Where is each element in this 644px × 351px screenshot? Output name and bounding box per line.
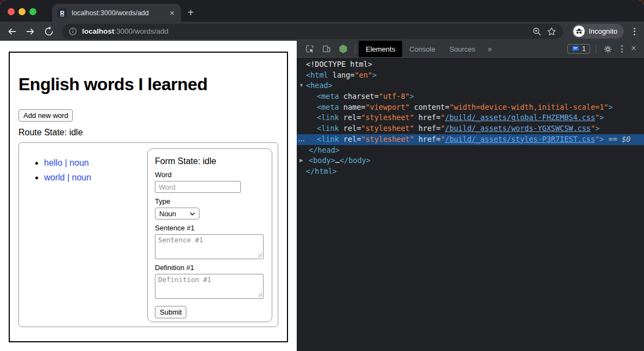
devtools-toolbar: Elements Console Sources » 1 × bbox=[297, 41, 644, 58]
tab-close-icon[interactable]: × bbox=[168, 9, 176, 17]
incognito-badge: Incognito bbox=[572, 24, 624, 39]
browser-toolbar: localhost:3000/words/add Incognito bbox=[0, 22, 644, 41]
browser-menu-icon[interactable] bbox=[632, 28, 637, 35]
incognito-label: Incognito bbox=[589, 27, 617, 35]
remix-favicon-icon: R bbox=[58, 8, 67, 17]
form-state-text: Form State: idle bbox=[155, 156, 265, 166]
type-label: Type bbox=[155, 197, 265, 205]
definition-textarea[interactable] bbox=[155, 274, 264, 299]
words-panel: hello | noun world | noun Form State: id… bbox=[18, 142, 278, 327]
minimize-window-button[interactable] bbox=[18, 8, 26, 15]
dom-tree-node[interactable]: <html lang="en"> bbox=[297, 70, 644, 81]
close-window-button[interactable] bbox=[8, 8, 15, 15]
sentence-label: Sentence #1 bbox=[155, 224, 265, 232]
word-link-world[interactable]: world | noun bbox=[44, 173, 91, 182]
more-tabs-icon[interactable]: » bbox=[483, 45, 498, 53]
browser-window: R localhost:3000/words/add × + localhost… bbox=[0, 0, 644, 351]
inspect-element-icon[interactable] bbox=[304, 44, 315, 54]
add-word-form: Form State: idle Word Type Noun Sentence… bbox=[147, 148, 272, 322]
route-state-text: Route State: idle bbox=[18, 128, 278, 137]
site-info-icon[interactable] bbox=[68, 27, 77, 36]
tab-elements[interactable]: Elements bbox=[359, 41, 402, 57]
devtools-close-icon[interactable]: × bbox=[628, 43, 640, 55]
reload-icon[interactable] bbox=[43, 26, 54, 37]
device-toolbar-icon[interactable] bbox=[321, 44, 332, 54]
incognito-icon bbox=[573, 26, 585, 37]
dom-tree-node[interactable]: <link rel="stylesheet" href="/build/_ass… bbox=[297, 112, 644, 123]
forward-icon[interactable] bbox=[25, 26, 36, 37]
dom-tree-node[interactable]: <link rel="stylesheet" href="/build/_ass… bbox=[297, 123, 644, 134]
dom-tree-node[interactable]: …<link rel="stylesheet" href="/build/_as… bbox=[297, 134, 644, 145]
submit-button[interactable]: Submit bbox=[155, 306, 186, 318]
zoom-window-button[interactable] bbox=[29, 8, 36, 15]
zoom-level-icon[interactable] bbox=[532, 27, 542, 36]
browser-tab[interactable]: R localhost:3000/words/add × bbox=[52, 4, 181, 22]
list-item: world | noun bbox=[44, 173, 147, 183]
back-icon[interactable] bbox=[7, 26, 17, 37]
tab-sources[interactable]: Sources bbox=[442, 41, 483, 57]
definition-label: Definition #1 bbox=[155, 264, 265, 272]
chevron-down-icon bbox=[190, 212, 195, 216]
traffic-lights bbox=[8, 8, 36, 15]
words-list: hello | noun world | noun bbox=[24, 148, 147, 321]
dom-tree-node[interactable]: <!DOCTYPE html> bbox=[297, 59, 644, 70]
node-icon[interactable] bbox=[338, 44, 348, 54]
page-viewport: English words I learned Add new word Rou… bbox=[0, 41, 297, 351]
address-bar[interactable]: localhost:3000/words/add bbox=[62, 24, 563, 39]
settings-gear-icon[interactable] bbox=[603, 44, 613, 54]
dom-tree-node[interactable]: </head> bbox=[297, 145, 644, 156]
sentence-textarea[interactable] bbox=[155, 234, 264, 259]
type-select[interactable]: Noun bbox=[155, 208, 199, 220]
tab-title: localhost:3000/words/add bbox=[72, 9, 164, 17]
dom-tree-node[interactable]: ▼<head> bbox=[297, 80, 644, 91]
add-new-word-button[interactable]: Add new word bbox=[18, 109, 73, 122]
dom-tree-node[interactable]: <meta name="viewport" content="width=dev… bbox=[297, 102, 644, 113]
word-label: Word bbox=[155, 171, 265, 179]
page-title: English words I learned bbox=[18, 74, 278, 95]
issues-bubble-icon bbox=[572, 45, 579, 53]
dom-tree-node[interactable]: <meta charset="utf-8"> bbox=[297, 91, 644, 102]
dom-tree-node[interactable]: ▶<body>…</body> bbox=[297, 155, 644, 166]
word-input[interactable] bbox=[155, 181, 241, 193]
issues-counter[interactable]: 1 bbox=[567, 44, 590, 54]
app-container: English words I learned Add new word Rou… bbox=[9, 52, 288, 342]
word-link-hello[interactable]: hello | noun bbox=[44, 158, 89, 167]
tab-strip: R localhost:3000/words/add × + bbox=[0, 0, 644, 22]
new-tab-button[interactable]: + bbox=[187, 5, 194, 20]
list-item: hello | noun bbox=[44, 158, 147, 168]
dom-tree-node[interactable]: </html> bbox=[297, 166, 644, 177]
devtools-panel: Elements Console Sources » 1 × <!DOCTYPE… bbox=[297, 41, 644, 351]
devtools-menu-icon[interactable] bbox=[616, 45, 628, 53]
bookmark-star-icon[interactable] bbox=[547, 27, 557, 36]
url-text: localhost:3000/words/add bbox=[82, 27, 527, 35]
dom-tree: <!DOCTYPE html><html lang="en">▼<head><m… bbox=[297, 58, 644, 351]
tab-console[interactable]: Console bbox=[402, 41, 442, 57]
